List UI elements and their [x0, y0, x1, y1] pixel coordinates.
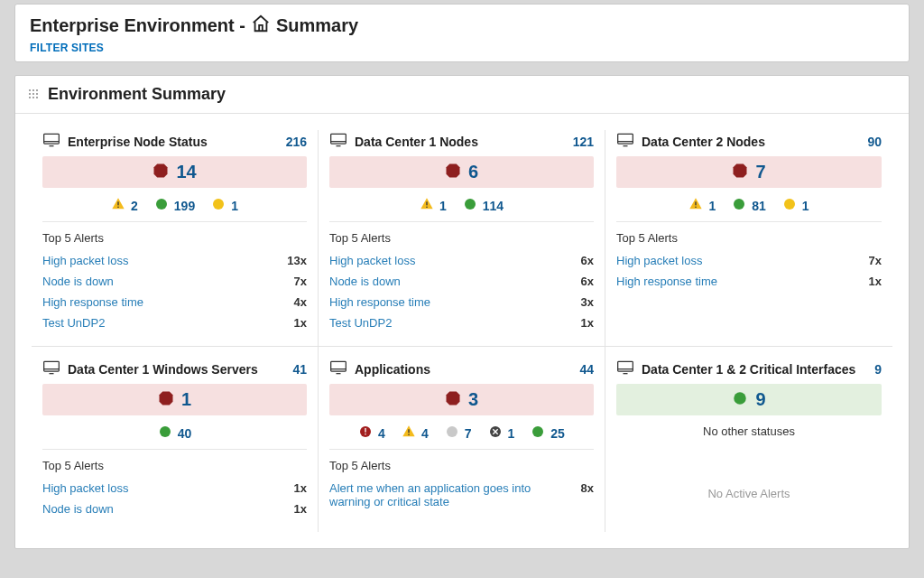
alert-link[interactable]: Node is down — [42, 275, 114, 288]
svg-point-3 — [29, 93, 31, 95]
card-title: Applications — [355, 362, 430, 377]
page-title: Enterprise Environment - Summary — [30, 14, 894, 38]
card-header: Enterprise Node Status 216 — [42, 130, 307, 156]
card-title: Enterprise Node Status — [68, 135, 208, 149]
warn-icon — [688, 197, 703, 214]
ok-icon — [154, 197, 169, 214]
filter-sites-link[interactable]: FILTER SITES — [30, 42, 894, 54]
svg-point-17 — [213, 199, 224, 210]
alert-link[interactable]: High packet loss — [329, 254, 415, 267]
status-item[interactable]: 199 — [154, 197, 195, 214]
monitor-icon — [42, 359, 60, 378]
card-total-count[interactable]: 44 — [579, 362, 594, 377]
primary-status-band[interactable]: 9 — [616, 384, 882, 415]
status-item[interactable]: 25 — [531, 424, 565, 442]
alert-link[interactable]: High packet loss — [42, 254, 128, 267]
status-item[interactable]: 81 — [732, 197, 766, 214]
card-total-count[interactable]: 9 — [874, 362, 882, 377]
summary-card: Enterprise Node Status 216 14 2 199 1 To… — [32, 130, 319, 346]
card-title: Data Center 1 Nodes — [355, 135, 478, 149]
status-item[interactable]: 1 — [420, 197, 447, 214]
no-other-statuses: No other statuses — [616, 419, 882, 445]
card-total-count[interactable]: 41 — [292, 362, 307, 377]
card-total-count[interactable]: 216 — [286, 135, 307, 149]
card-total-count[interactable]: 121 — [573, 135, 594, 149]
svg-marker-12 — [154, 164, 168, 178]
card-title: Data Center 1 & 2 Critical Interfaces — [642, 362, 855, 377]
primary-status-band[interactable]: 3 — [329, 384, 594, 415]
card-title: Data Center 1 Windows Servers — [68, 362, 258, 377]
alert-row: High packet loss 6x — [329, 250, 594, 271]
alert-row: High packet loss 1x — [42, 478, 307, 499]
alert-link[interactable]: High packet loss — [616, 254, 702, 267]
monitor-icon — [329, 359, 347, 378]
svg-rect-26 — [618, 134, 633, 144]
alert-row: Node is down 1x — [42, 499, 307, 519]
status-count: 1 — [708, 199, 716, 213]
primary-status-count: 9 — [755, 389, 765, 410]
alert-link[interactable]: Node is down — [329, 275, 401, 288]
status-item[interactable]: 2 — [111, 197, 138, 214]
primary-status-band[interactable]: 7 — [616, 156, 882, 188]
drag-handle-icon[interactable] — [28, 88, 39, 102]
svg-rect-15 — [117, 207, 118, 208]
alert-count: 1x — [294, 316, 307, 330]
critical-icon — [158, 390, 174, 409]
svg-point-0 — [29, 89, 31, 91]
status-item[interactable]: 7 — [445, 424, 472, 442]
svg-marker-29 — [734, 164, 747, 178]
svg-marker-21 — [446, 164, 459, 178]
alert-row: Test UnDP2 1x — [329, 312, 594, 333]
svg-point-16 — [156, 199, 167, 210]
alert-link[interactable]: Node is down — [42, 502, 114, 516]
svg-point-5 — [36, 93, 38, 95]
primary-status-count: 6 — [468, 162, 478, 182]
primary-status-count: 7 — [755, 162, 765, 182]
home-icon — [251, 14, 271, 38]
alert-link[interactable]: Alert me when an application goes into w… — [329, 481, 536, 508]
status-count: 25 — [550, 426, 565, 441]
alert-link[interactable]: High packet loss — [42, 481, 128, 495]
svg-point-1 — [32, 89, 34, 91]
alert-link[interactable]: High response time — [616, 275, 717, 288]
svg-rect-18 — [331, 134, 346, 144]
monitor-icon — [42, 132, 60, 151]
svg-point-8 — [36, 97, 38, 98]
svg-rect-35 — [44, 361, 60, 371]
svg-point-6 — [29, 97, 31, 98]
dark-icon — [488, 424, 503, 442]
svg-marker-38 — [159, 392, 172, 406]
status-item[interactable]: 1 — [782, 197, 809, 214]
primary-status-band[interactable]: 14 — [42, 156, 307, 188]
status-count: 1 — [802, 199, 809, 213]
status-item[interactable]: 114 — [463, 197, 504, 214]
alert-link[interactable]: Test UnDP2 — [329, 316, 392, 330]
primary-status-band[interactable]: 1 — [42, 384, 307, 415]
alert-link[interactable]: High response time — [42, 295, 143, 309]
status-count: 1 — [231, 199, 238, 213]
alert-row: Node is down 6x — [329, 271, 594, 292]
top-alerts-heading: Top 5 Alerts — [42, 455, 307, 478]
status-count: 114 — [483, 199, 504, 213]
status-item[interactable]: 4 — [358, 424, 385, 442]
alert-link[interactable]: High response time — [329, 295, 430, 309]
alert-link[interactable]: Test UnDP2 — [42, 316, 105, 330]
card-header: Data Center 1 & 2 Critical Interfaces 9 — [616, 358, 882, 384]
ok-icon — [158, 424, 172, 442]
card-total-count[interactable]: 90 — [867, 135, 882, 149]
status-item[interactable]: 1 — [488, 424, 515, 442]
svg-point-58 — [735, 392, 747, 405]
status-count: 2 — [131, 199, 138, 213]
svg-point-4 — [32, 93, 34, 95]
alert-count: 3x — [581, 295, 594, 309]
alert-count: 6x — [581, 275, 594, 288]
status-item[interactable]: 4 — [402, 424, 429, 442]
status-item[interactable]: 1 — [688, 197, 716, 214]
status-count: 81 — [752, 199, 766, 213]
alert-row: Node is down 7x — [42, 271, 307, 292]
top-alerts-heading: Top 5 Alerts — [329, 455, 594, 478]
primary-status-band[interactable]: 6 — [329, 156, 594, 188]
status-item[interactable]: 1 — [211, 197, 238, 214]
status-item[interactable]: 40 — [158, 424, 192, 442]
no-active-alerts: No Active Alerts — [616, 445, 882, 500]
